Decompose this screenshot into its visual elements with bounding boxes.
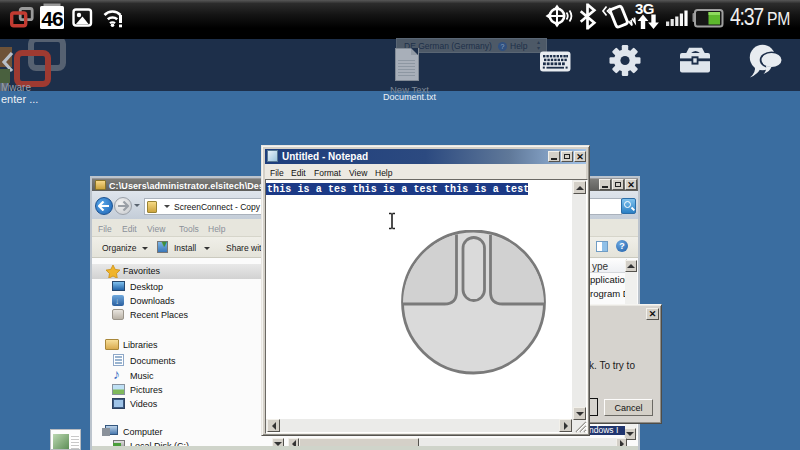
- svg-text:3G: 3G: [635, 0, 654, 17]
- svg-text:46: 46: [41, 7, 63, 30]
